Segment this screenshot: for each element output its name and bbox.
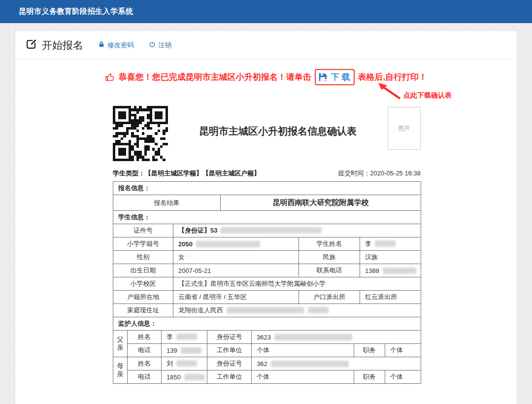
father-name-value: 李	[162, 331, 207, 344]
mother-id-label: 身份证号	[207, 357, 252, 370]
father-name-label: 姓名	[128, 331, 162, 344]
table-row: 电话 1850 工作单位 个体 职务 个体	[113, 370, 421, 384]
enroll-result-label: 报名结果	[113, 195, 221, 211]
table-row: 出生日期 2007-05-21 联系电话 1388	[113, 264, 421, 277]
mother-phone-value: 1850	[162, 370, 207, 384]
contact-phone-label: 联系电话	[299, 264, 360, 277]
edit-icon	[26, 38, 37, 52]
id-value: 【身份证】53	[173, 224, 421, 237]
page-title-label: 开始报名	[42, 38, 83, 52]
table-row: 小学学籍号 2050 学生姓名 李	[113, 237, 421, 251]
qr-code	[113, 106, 168, 161]
main-panel: 开始报名 修改密码 注销	[15, 31, 517, 404]
ethnic-label: 民族	[299, 251, 360, 264]
table-row: 证件号 【身份证】53	[113, 224, 421, 237]
mother-label: 母亲	[113, 357, 128, 384]
mother-phone-label: 电话	[128, 370, 162, 384]
notice-prefix: 恭喜您！您已完成昆明市主城区小升初报名！请单击	[119, 71, 311, 83]
student-section-header: 学生信息：	[113, 211, 421, 224]
download-button-label: 下 载	[331, 71, 350, 83]
table-row: 报名结果 昆明西南联大研究院附属学校	[113, 195, 421, 211]
mother-work-label: 工作单位	[207, 370, 252, 384]
father-phone-label: 电话	[128, 344, 162, 357]
contact-phone-value: 1388	[360, 264, 421, 277]
photo-placeholder: 照片	[388, 107, 421, 150]
table-row: 性别 女 民族 汉族	[113, 251, 421, 264]
gender-value: 女	[173, 251, 299, 264]
logout-label: 注销	[158, 41, 171, 50]
redacted-text	[196, 241, 260, 247]
father-id-value: 3623	[252, 331, 421, 344]
student-type: 学生类型：【昆明主城区学籍】【昆明主城区户籍】	[113, 169, 260, 178]
student-info-table: 学生信息： 证件号 【身份证】53 小学学籍号 2050 学生姓名 李 性别 女…	[113, 210, 421, 317]
school-label: 小学校区	[113, 277, 173, 291]
redacted-text	[227, 307, 304, 313]
app-header-bar: 昆明市义务教育阶段招生入学系统	[0, 0, 532, 23]
submit-time: 提交时间：2020-05-25 16:38	[338, 169, 421, 178]
power-icon	[149, 41, 156, 49]
mother-id-value: 362	[252, 357, 421, 370]
hukou-value: 云南省 / 昆明市 / 五华区	[173, 291, 299, 304]
app-title: 昆明市义务教育阶段招生入学系统	[19, 7, 133, 16]
table-row: 小学校区 【正式生】昆明市五华区云南师范大学附属融创小学	[113, 277, 421, 291]
address-label: 家庭现住址	[113, 304, 173, 317]
notice-suffix: 表格后,自行打印！	[358, 71, 428, 83]
mother-duty-value: 个体	[385, 370, 421, 384]
address-value: 龙翔街道人民西	[173, 304, 421, 317]
student-name-value: 李	[360, 237, 421, 251]
redacted-text	[308, 307, 329, 313]
redacted-text	[176, 360, 197, 367]
redacted-text	[184, 374, 205, 380]
redacted-text	[181, 347, 201, 354]
table-row: 母亲 姓名 刘 身份证号 362	[113, 357, 421, 370]
panel-header: 开始报名 修改密码 注销	[15, 31, 517, 60]
xueji-label: 小学学籍号	[113, 237, 173, 251]
redacted-text	[221, 227, 322, 234]
mother-work-value: 个体	[252, 370, 354, 384]
table-row: 监护人信息：	[113, 317, 421, 331]
sheet-title: 昆明市主城区小升初报名信息确认表	[168, 125, 388, 143]
page-title: 开始报名	[26, 38, 83, 52]
redacted-text	[375, 240, 396, 247]
table-row: 家庭现住址 龙翔街道人民西	[113, 304, 421, 317]
ethnic-value: 汉族	[360, 251, 421, 264]
table-row: 报名信息：	[113, 182, 421, 195]
redacted-text	[383, 268, 416, 274]
father-duty-label: 职务	[354, 344, 385, 357]
table-row: 电话 139 工作单位 个体 职务 个体	[113, 344, 421, 357]
mother-name-value: 刘	[162, 357, 207, 370]
red-arrow-icon	[378, 82, 402, 102]
table-row: 户籍所在地 云南省 / 昆明市 / 五华区 户口派出所 红云派出所	[113, 291, 421, 304]
mother-name-label: 姓名	[128, 357, 162, 370]
father-duty-value: 个体	[385, 344, 421, 357]
download-button[interactable]: 下 载	[315, 69, 355, 85]
father-work-label: 工作单位	[207, 344, 252, 357]
photo-placeholder-label: 照片	[399, 124, 410, 133]
table-row: 父亲 姓名 李 身份证号 3623	[113, 331, 421, 344]
success-notice: 恭喜您！您已完成昆明市主城区小升初报名！请单击 下 载 表格后,自行打印！	[15, 69, 517, 85]
gender-label: 性别	[113, 251, 173, 264]
student-name-label: 学生姓名	[299, 237, 360, 251]
download-annotation: 点此下载确认表	[403, 91, 452, 100]
logout-link[interactable]: 注销	[149, 41, 171, 50]
redacted-text	[271, 361, 349, 367]
father-work-value: 个体	[252, 344, 354, 357]
birth-value: 2007-05-21	[173, 264, 299, 277]
guardian-info-table: 监护人信息： 父亲 姓名 李 身份证号 3623 电话 139 工作单位 个体 …	[113, 317, 421, 384]
enroll-result-value: 昆明西南联大研究院附属学校	[221, 195, 421, 211]
guardian-section-header: 监护人信息：	[113, 317, 421, 331]
confirmation-sheet: 昆明市主城区小升初报名信息确认表 照片 学生类型：【昆明主城区学籍】【昆明主城区…	[113, 106, 421, 384]
thumbs-up-icon	[105, 72, 115, 82]
change-password-link[interactable]: 修改密码	[98, 41, 134, 50]
hukou-label: 户籍所在地	[113, 291, 173, 304]
birth-label: 出生日期	[113, 264, 173, 277]
mother-duty-label: 职务	[354, 370, 385, 384]
id-label: 证件号	[113, 224, 173, 237]
sheet-head: 昆明市主城区小升初报名信息确认表 照片	[113, 106, 421, 161]
father-label: 父亲	[113, 331, 128, 357]
save-download-icon	[318, 72, 329, 82]
sheet-meta: 学生类型：【昆明主城区学籍】【昆明主城区户籍】 提交时间：2020-05-25 …	[113, 169, 421, 178]
xueji-value: 2050	[173, 237, 299, 251]
father-id-label: 身份证号	[207, 331, 252, 344]
lock-icon	[98, 41, 105, 49]
